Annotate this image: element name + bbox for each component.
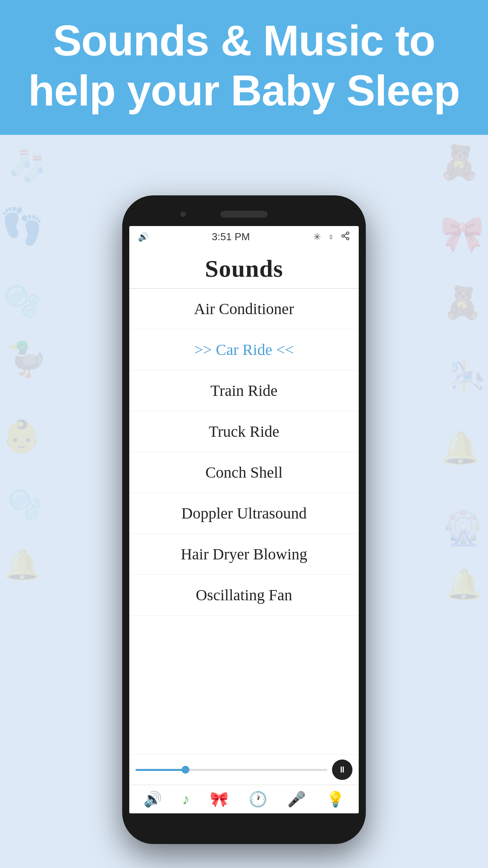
sound-item-oscillating-fan[interactable]: Oscillating Fan <box>129 575 359 616</box>
bottom-nav: 🔊 ♪ 🎀 🕐 🎤 💡 <box>129 785 359 813</box>
sound-item-conch-shell[interactable]: Conch Shell <box>129 452 359 493</box>
sound-item-truck-ride[interactable]: Truck Ride <box>129 411 359 452</box>
phone-top <box>129 202 359 226</box>
svg-line-3 <box>344 236 347 238</box>
brightness-icon: ✳ <box>313 232 321 243</box>
nav-item-music[interactable]: ♪ <box>182 791 189 808</box>
phone-device: 🔊 3:51 PM ✳ ♀ Sou <box>122 195 366 844</box>
phone-bottom <box>129 813 359 837</box>
status-bar: 🔊 3:51 PM ✳ ♀ <box>129 226 359 248</box>
sound-item-doppler-ultrasound[interactable]: Doppler Ultrasound <box>129 493 359 534</box>
phone-screen: 🔊 3:51 PM ✳ ♀ Sou <box>129 226 359 813</box>
phone-speaker <box>220 211 268 218</box>
controls-bar: ⏸ <box>129 754 359 785</box>
music-nav-icon: ♪ <box>182 791 189 808</box>
status-time: 3:51 PM <box>149 231 313 243</box>
background-area: 🧦 👣 🫧 🦆 👶 🫧 🔔 🧸 🎀 🧸 🎠 🔔 🎡 🔔 🔊 <box>0 135 488 868</box>
sound-list: Air Conditioner Car Ride Train Ride Truc… <box>129 289 359 754</box>
nav-item-mic[interactable]: 🎤 <box>287 791 306 808</box>
app-title: Sounds <box>129 248 359 288</box>
sound-item-hair-dryer-blowing[interactable]: Hair Dryer Blowing <box>129 534 359 575</box>
volume-icon: 🔊 <box>138 232 149 242</box>
share-icon <box>341 231 350 243</box>
sound-item-car-ride[interactable]: Car Ride <box>129 329 359 370</box>
info-nav-icon: 🕐 <box>249 791 267 808</box>
header-title: Sounds & Music to help your Baby Sleep <box>12 16 476 115</box>
idea-nav-icon: 💡 <box>326 791 345 808</box>
nav-item-sounds[interactable]: 🔊 <box>143 791 162 808</box>
mic-nav-icon: 🎤 <box>287 791 306 808</box>
status-left: 🔊 <box>138 232 149 242</box>
header-banner: Sounds & Music to help your Baby Sleep <box>0 0 488 135</box>
pause-icon: ⏸ <box>338 765 347 775</box>
svg-line-4 <box>344 234 347 235</box>
progress-track[interactable] <box>136 769 327 771</box>
status-right: ✳ ♀ <box>313 231 350 243</box>
play-pause-button[interactable]: ⏸ <box>332 760 352 780</box>
rattle-nav-icon: 🎀 <box>210 791 228 808</box>
nav-item-info[interactable]: 🕐 <box>249 791 267 808</box>
rattle-icon: ♀ <box>327 232 334 243</box>
nav-item-idea[interactable]: 💡 <box>326 791 345 808</box>
sound-item-air-conditioner[interactable]: Air Conditioner <box>129 289 359 329</box>
progress-thumb[interactable] <box>182 766 189 774</box>
nav-item-rattle[interactable]: 🎀 <box>210 791 228 808</box>
sounds-nav-icon: 🔊 <box>143 791 162 808</box>
phone-camera <box>180 211 186 217</box>
sound-item-train-ride[interactable]: Train Ride <box>129 370 359 411</box>
